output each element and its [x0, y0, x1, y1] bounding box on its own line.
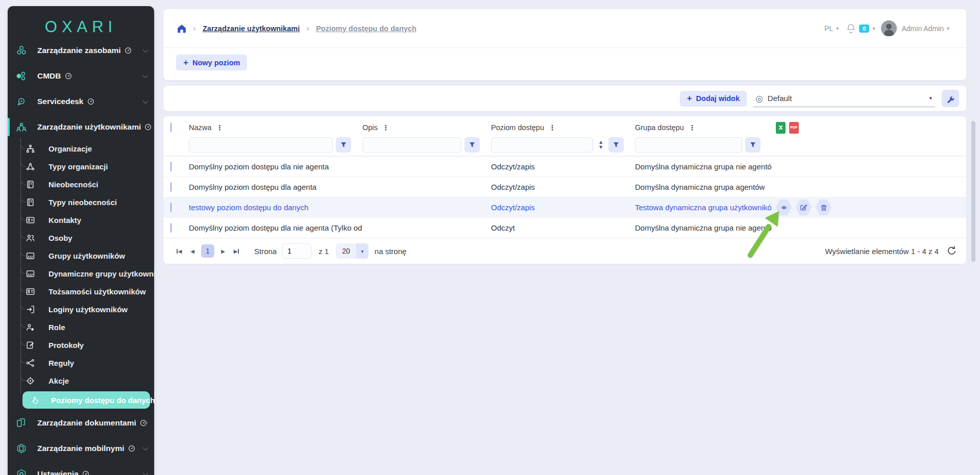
table-row[interactable]: Domyślny poziom dostępu dla nie agenta (… — [163, 217, 966, 238]
chevron-down-icon — [142, 445, 148, 451]
breadcrumb-link-access-levels[interactable]: Poziomy dostępu do danych — [316, 24, 416, 33]
current-page-button[interactable]: 1 — [201, 244, 214, 258]
sidebar-item-servicedesk[interactable]: Servicedesk — [8, 89, 154, 114]
spin-down-icon[interactable]: ▼ — [599, 145, 602, 149]
column-header-poziom[interactable]: Poziom dostępu — [491, 123, 544, 132]
spin-up-icon[interactable]: ▲ — [599, 140, 602, 144]
sidebar-item-nieobecnosci[interactable]: Nieobecności — [8, 176, 154, 193]
filter-input-poziom[interactable] — [491, 137, 593, 153]
column-header-nazwa[interactable]: Nazwa — [189, 123, 211, 132]
select-all-checkbox[interactable] — [170, 122, 172, 132]
kebab-menu-icon[interactable]: ⋮ — [382, 123, 389, 132]
view-settings-wrench-button[interactable] — [942, 90, 959, 107]
sidebar-item-label: Zarządzanie zasobami — [37, 46, 121, 55]
page-number-input[interactable] — [282, 243, 311, 259]
view-select[interactable]: ◎ Default ▾ — [753, 90, 935, 107]
sidebar-item-zarzadzanie-uzytkownikami[interactable]: Zarządzanie użytkownikami — [8, 114, 154, 140]
view-toolbar-card: + Dodaj widok ◎ Default ▾ — [163, 86, 966, 111]
export-excel-icon[interactable]: X — [776, 122, 786, 134]
sidebar-item-poziomy-dostepu-active[interactable]: Poziomy dostępu do danych — [22, 391, 150, 409]
row-checkbox[interactable] — [170, 223, 172, 233]
filter-input-nazwa[interactable] — [189, 137, 333, 153]
filter-button-opis[interactable] — [464, 137, 480, 153]
table-row-highlighted[interactable]: testowy poziom dostępu do danych Odczyt/… — [163, 197, 966, 217]
funnel-icon — [469, 142, 475, 148]
sidebar-item-loginy[interactable]: Loginy użytkowników — [8, 301, 154, 318]
sidebar-item-reguly[interactable]: Reguły — [8, 354, 154, 372]
sidebar-item-zarzadzanie-mobilnymi[interactable]: Zarządzanie mobilnymi — [8, 436, 154, 461]
first-page-bar — [177, 249, 178, 254]
sidebar-item-osoby[interactable]: Osoby — [8, 229, 154, 247]
caret-down-icon[interactable]: ▾ — [872, 26, 875, 31]
sidebar-item-ustawienia[interactable]: Ustawienia — [8, 461, 154, 475]
avatar[interactable] — [881, 20, 897, 36]
sidebar-item-role[interactable]: Role — [8, 318, 154, 336]
sidebar-item-grupy-uzytkownikow[interactable]: Grupy użytkowników — [8, 247, 154, 265]
sidebar-item-akcje[interactable]: Akcje — [8, 372, 154, 390]
sidebar-item-label: Grupy użytkowników — [48, 252, 125, 260]
last-page-button[interactable]: ▶ — [230, 244, 243, 258]
column-header-opis[interactable]: Opis — [362, 123, 378, 132]
sidebar-item-typy-organizacji[interactable]: Typy organizacji — [8, 158, 154, 176]
new-level-button-label: Nowy poziom — [192, 59, 240, 67]
chevron-down-icon — [142, 470, 148, 475]
cell-grupa: Domyślna dynamiczna grupa nie agentów — [635, 162, 772, 171]
row-checkbox[interactable] — [170, 203, 172, 212]
column-header-grupa[interactable]: Grupa dostępu — [635, 123, 684, 132]
scrollbar-thumb[interactable] — [971, 121, 975, 262]
refresh-icon[interactable] — [947, 246, 957, 256]
filter-input-opis[interactable] — [362, 137, 461, 153]
kebab-menu-icon[interactable]: ⋮ — [216, 123, 223, 132]
home-icon[interactable] — [177, 24, 186, 33]
caret-down-icon[interactable]: ▾ — [947, 26, 949, 31]
per-page-value: 20 — [336, 247, 356, 255]
sidebar-item-typy-nieobecnosci[interactable]: Typy nieobecności — [8, 193, 154, 211]
plus-icon: + — [183, 58, 188, 68]
sidebar-item-dynamiczne-grupy[interactable]: Dynamiczne grupy użytkowników — [8, 265, 154, 283]
per-page-select[interactable]: 20 ▾ — [336, 243, 369, 259]
eye-icon — [780, 205, 788, 211]
next-page-button[interactable]: ▶ — [216, 244, 230, 258]
sidebar-item-kontakty[interactable]: Kontakty — [8, 211, 154, 229]
kebab-menu-icon[interactable]: ⋮ — [689, 123, 696, 132]
table-row[interactable]: Domyślny poziom dostępu dla agenta Odczy… — [163, 177, 966, 197]
filter-input-grupa[interactable] — [635, 137, 742, 153]
sidebar-item-tozsamosci[interactable]: Tożsamości użytkowników — [8, 283, 154, 301]
filter-button-poziom[interactable] — [608, 137, 624, 153]
breadcrumb-link-users[interactable]: Zarządzanie użytkownikami — [203, 24, 300, 33]
row-checkbox[interactable] — [170, 182, 172, 192]
sidebar-item-zarzadzanie-dokumentami[interactable]: Zarządzanie dokumentami — [8, 410, 154, 436]
edit-row-button[interactable] — [796, 199, 812, 216]
cell-nazwa[interactable]: testowy poziom dostępu do danych — [189, 203, 362, 212]
sidebar-item-zarzadzanie-zasobami[interactable]: Zarządzanie zasobami — [8, 38, 154, 63]
people-icon — [26, 234, 35, 242]
filter-button-nazwa[interactable] — [336, 137, 351, 153]
table-row[interactable]: Domyślny poziom dostępu dla nie agenta O… — [163, 156, 966, 177]
prev-page-button[interactable]: ◀ — [186, 244, 199, 258]
kebab-menu-icon[interactable]: ⋮ — [549, 123, 556, 132]
funnel-icon — [613, 142, 619, 148]
gauge-icon — [87, 98, 94, 105]
export-pdf-icon[interactable]: PDF — [789, 122, 799, 134]
row-checkbox[interactable] — [170, 162, 172, 171]
view-row-button[interactable] — [776, 199, 792, 216]
filter-button-grupa[interactable] — [745, 137, 761, 153]
delete-row-button[interactable] — [816, 199, 831, 216]
gauge-icon — [82, 470, 89, 475]
first-page-button[interactable]: ◀ — [173, 244, 186, 258]
bell-icon[interactable] — [847, 23, 855, 33]
sidebar-item-label: Osoby — [48, 234, 72, 242]
sidebar-item-label: Dynamiczne grupy użytkowników — [48, 269, 170, 278]
cell-grupa[interactable]: Testowa dynamiczna grupa użytkowników — [635, 203, 772, 212]
add-view-button[interactable]: + Dodaj widok — [680, 91, 747, 107]
documents-icon — [16, 417, 28, 429]
user-group-icon — [26, 252, 35, 260]
sidebar-item-cmdb[interactable]: CMDB — [8, 63, 154, 89]
sidebar-item-label: Akcje — [48, 377, 69, 385]
sidebar-item-organizacje[interactable]: Organizacje — [8, 140, 154, 158]
wrench-icon — [946, 94, 955, 103]
new-level-button[interactable]: + Nowy poziom — [176, 55, 247, 70]
user-name[interactable]: Admin Admin — [901, 24, 943, 33]
language-selector[interactable]: PL — [824, 24, 833, 33]
sidebar-item-protokoly[interactable]: Protokoły — [8, 336, 154, 354]
